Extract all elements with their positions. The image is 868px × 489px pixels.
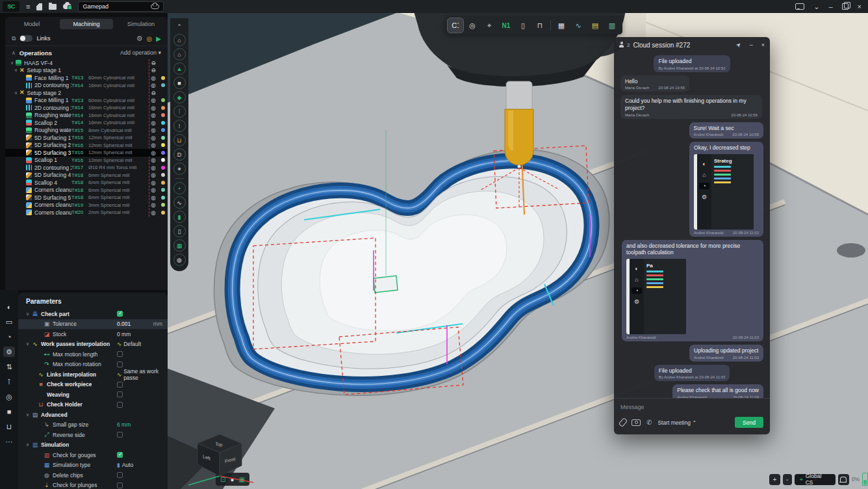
main-menu-button[interactable]: ≡: [26, 3, 30, 10]
suppress-icon[interactable]: ⊖: [148, 60, 159, 66]
param-expander[interactable]: ∨: [26, 311, 32, 317]
start-meeting-button[interactable]: Start meeting ⌃: [657, 419, 696, 426]
op-color-dot[interactable]: [161, 203, 165, 207]
part-visibility-icon[interactable]: ▲: [173, 62, 186, 75]
chat-close-button[interactable]: ×: [761, 42, 765, 48]
op-color-dot[interactable]: [161, 136, 165, 140]
chat-message[interactable]: Okay, I decreased step◐⌂◔⚙Strateg⧉Andrei…: [689, 142, 763, 237]
param-row-delete-chips[interactable]: ◍Delete chips: [18, 470, 168, 481]
toolpath-target-icon[interactable]: ◎: [148, 194, 159, 201]
fixture-visibility-icon[interactable]: ◆: [173, 91, 186, 103]
machine-head-visibility-icon[interactable]: ⌂: [173, 48, 186, 60]
chat-messages[interactable]: File uploadedBy Andrei Kharatsidi at 20-…: [614, 53, 770, 398]
machining-mode-icon[interactable]: ◔: [3, 332, 15, 342]
param-control[interactable]: [117, 482, 123, 488]
links-toggle[interactable]: [19, 35, 32, 42]
param-control[interactable]: 0 mm: [117, 331, 131, 337]
chat-toggle-icon[interactable]: ◍: [173, 254, 186, 266]
operation-row[interactable]: ∨HAAS VF-4⊖: [5, 59, 168, 67]
measure-caliper-icon[interactable]: ⌖: [481, 18, 497, 33]
operation-row[interactable]: Face Milling 1T#1360mm Cylindrical mill◎: [5, 74, 168, 82]
param-row-reverse-side[interactable]: ⤢Reverse side: [18, 430, 168, 440]
tuning-sliders-icon[interactable]: ⇅: [3, 362, 15, 372]
operation-row[interactable]: 5D Surfacing 3T#1612mm Spherical mill◎: [5, 149, 168, 157]
op-color-dot[interactable]: [161, 83, 165, 87]
operation-row[interactable]: Face Milling 1T#1360mm Cylindrical mill◎: [5, 97, 168, 105]
tool-case-icon[interactable]: ▭: [3, 317, 15, 327]
checkbox-off[interactable]: [117, 432, 123, 438]
suppress-icon[interactable]: ⊖: [148, 90, 159, 96]
checkbox-off[interactable]: [117, 351, 123, 357]
camera-icon[interactable]: [632, 419, 641, 426]
stock-visibility-icon[interactable]: ■: [173, 77, 186, 89]
checkbox-off[interactable]: [117, 382, 123, 388]
toolpath-target-icon[interactable]: ◎: [148, 202, 159, 208]
restore-button[interactable]: [842, 3, 849, 10]
color-dot-cell[interactable]: [159, 188, 168, 192]
send-button[interactable]: Send: [735, 417, 763, 428]
param-row-check-for-gouges[interactable]: ▥Check for gouges: [18, 450, 168, 460]
machine-visibility-icon[interactable]: ⌂: [173, 34, 186, 46]
probe-check-icon[interactable]: ◎: [465, 18, 480, 33]
operation-row[interactable]: 5D Surfacing 4T#186mm Spherical mill◎: [5, 172, 168, 179]
color-dot-cell[interactable]: [159, 98, 168, 102]
save-sim-state-icon[interactable]: ▦: [554, 18, 569, 33]
op-color-dot[interactable]: [161, 188, 165, 192]
suppress-icon[interactable]: ⊖: [148, 67, 159, 73]
call-icon[interactable]: ✆: [646, 419, 652, 426]
color-dot-cell[interactable]: [159, 76, 168, 80]
param-row-simulation[interactable]: ∨▥Simulation: [18, 440, 168, 451]
op-color-dot[interactable]: [161, 158, 165, 162]
titlebar-chevron-icon[interactable]: ⌄: [813, 3, 819, 10]
frame-visibility-icon[interactable]: ▯: [173, 225, 186, 237]
param-expander[interactable]: ∨: [26, 341, 32, 347]
op-color-dot[interactable]: [161, 151, 165, 155]
toolpath-target-icon[interactable]: ◎: [148, 112, 159, 118]
param-row-max-motion-length[interactable]: ⊷Max motion length: [18, 349, 168, 360]
attach-icon[interactable]: [619, 417, 628, 427]
param-value[interactable]: 0 mm: [117, 331, 131, 337]
toolpath-visibility-icon[interactable]: ▮: [173, 211, 186, 223]
operation-row[interactable]: 2D contouring 1T#1416mm Cylindrical mill…: [5, 104, 168, 112]
collapse-strip-icon[interactable]: ⌃: [174, 21, 185, 32]
param-control[interactable]: [117, 402, 123, 408]
param-control[interactable]: [117, 391, 123, 397]
coordinate-system-pill[interactable]: ⌖ Global CS: [795, 474, 836, 485]
tab-simulation[interactable]: Simulation: [114, 18, 168, 30]
message-screenshot-strategy[interactable]: ◐⌂◔⚙Strateg⧉: [694, 154, 754, 230]
color-dot-cell[interactable]: [159, 83, 168, 87]
tool-axis-visibility-icon[interactable]: !: [173, 120, 186, 132]
checkbox-off[interactable]: [117, 362, 123, 367]
chat-message[interactable]: Sure! Wait a secAndrei Kharatsidi20-08-2…: [689, 122, 763, 139]
stock-display-icon[interactable]: ▯: [515, 18, 531, 33]
param-control[interactable]: [117, 432, 123, 438]
operation-row[interactable]: Scallop 2T#1416mm Cylindrical mill◎: [5, 119, 168, 127]
add-cs-button[interactable]: +: [769, 474, 780, 485]
param-value[interactable]: 6 mm: [117, 421, 131, 428]
param-value[interactable]: Auto: [122, 462, 134, 468]
operation-row[interactable]: ∨✕Setup stage 1⊖: [5, 67, 168, 75]
toolpath-target-icon[interactable]: ◎: [148, 157, 159, 163]
expander-icon[interactable]: ∨: [14, 90, 19, 96]
settings-icon[interactable]: ⚙: [3, 347, 15, 357]
project-select[interactable]: Gamepad: [78, 1, 164, 12]
gear-icon[interactable]: ⚙: [136, 34, 143, 43]
color-dot-cell[interactable]: [159, 211, 168, 215]
chat-message[interactable]: Please check that all is good nowAndrei …: [672, 384, 763, 398]
toolpath-target-icon[interactable]: ◎: [148, 209, 159, 216]
color-dot-cell[interactable]: [159, 173, 168, 177]
toolpath-target-icon[interactable]: ◎: [148, 135, 159, 141]
datum-visibility-icon[interactable]: D: [173, 148, 186, 161]
param-control[interactable]: [117, 382, 123, 388]
expander-icon[interactable]: ∨: [14, 68, 19, 73]
op-color-dot[interactable]: [161, 76, 165, 80]
color-dot-cell[interactable]: [159, 121, 168, 125]
checkbox-on[interactable]: [117, 452, 123, 458]
stock-panel-icon[interactable]: ■: [3, 406, 15, 417]
toolpath-target-icon[interactable]: ◎: [148, 172, 159, 178]
toolpath-target-icon[interactable]: ◎: [148, 75, 159, 81]
view-cube[interactable]: Top Left Front X: [186, 430, 257, 488]
record-session-icon[interactable]: ◎: [3, 391, 15, 402]
simulate-target-icon[interactable]: ◎: [147, 35, 153, 42]
chat-message[interactable]: Uploading updated projectAndrei Kharatsi…: [689, 345, 763, 362]
